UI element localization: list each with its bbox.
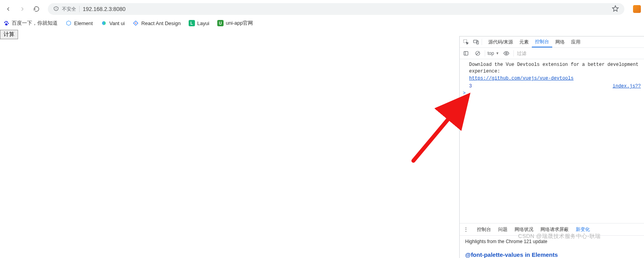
bookmark-vant[interactable]: Vant ui bbox=[101, 20, 125, 26]
element-icon bbox=[65, 20, 72, 26]
bookmark-baidu[interactable]: 百度一下，你就知道 bbox=[3, 20, 58, 27]
devtools-tabs: 源代码/来源 元素 控制台 网络 应用 bbox=[485, 36, 584, 47]
clear-console-icon[interactable] bbox=[473, 49, 482, 58]
console-log-source[interactable]: index.js?? bbox=[613, 84, 641, 89]
forward-button[interactable] bbox=[17, 4, 27, 14]
drawer-tab-console[interactable]: 控制台 bbox=[477, 226, 491, 233]
devtools-topbar: 源代码/来源 元素 控制台 网络 应用 bbox=[460, 36, 644, 48]
diamond-icon bbox=[133, 20, 139, 26]
svg-point-3 bbox=[4, 22, 5, 23]
context-selector[interactable]: top ▼ bbox=[488, 51, 499, 56]
devtools-drawer-tabs: ⋮ 控制台 问题 网络状况 网络请求屏蔽 新变化 bbox=[460, 223, 644, 235]
svg-rect-14 bbox=[464, 51, 468, 55]
drawer-tab-whatsnew[interactable]: 新变化 bbox=[576, 226, 590, 233]
divider bbox=[482, 39, 482, 45]
svg-marker-2 bbox=[613, 5, 619, 11]
tab-sources[interactable]: 源代码/来源 bbox=[485, 36, 516, 47]
svg-point-5 bbox=[7, 21, 8, 23]
svg-point-4 bbox=[5, 21, 7, 22]
svg-point-10 bbox=[135, 23, 136, 24]
console-filter-input[interactable] bbox=[516, 50, 642, 56]
console-message-text: Download the Vue Devtools extension for … bbox=[469, 62, 641, 74]
reload-button[interactable] bbox=[31, 4, 42, 14]
bookmark-uniapp[interactable]: U uni-app官网 bbox=[217, 20, 253, 27]
bookmark-label: Element bbox=[74, 20, 93, 26]
star-icon[interactable] bbox=[612, 5, 619, 13]
device-toolbar-icon[interactable] bbox=[471, 37, 481, 47]
bookmark-element[interactable]: Element bbox=[65, 20, 93, 26]
extension-metamask-icon[interactable] bbox=[633, 5, 641, 13]
more-icon[interactable]: ⋮ bbox=[464, 227, 468, 232]
devtools-panel: 源代码/来源 元素 控制台 网络 应用 top ▼ Download the V… bbox=[459, 36, 644, 258]
divider bbox=[79, 6, 80, 12]
chevron-down-icon: ▼ bbox=[496, 51, 499, 55]
bookmark-label: Layui bbox=[197, 20, 209, 26]
console-log-row: 3 index.js?? bbox=[460, 83, 644, 90]
eye-icon[interactable] bbox=[502, 49, 511, 58]
insecure-label: 不安全 bbox=[62, 6, 76, 13]
whatsnew-headline: @font-palette-values in Elements bbox=[460, 247, 644, 258]
bookmark-label: 百度一下，你就知道 bbox=[12, 20, 58, 27]
console-body[interactable]: Download the Vue Devtools extension for … bbox=[460, 59, 644, 223]
browser-top-bar: 不安全 192.168.2.3:8080 bbox=[0, 0, 644, 18]
whatsnew-highlights: Highlights from the Chrome 121 update bbox=[460, 235, 644, 247]
svg-point-1 bbox=[56, 9, 56, 9]
svg-line-17 bbox=[477, 52, 479, 55]
console-log-value: 3 bbox=[469, 84, 613, 89]
console-message: Download the Vue Devtools extension for … bbox=[460, 61, 644, 83]
inspect-element-icon[interactable] bbox=[461, 37, 471, 47]
drawer-tab-net-conditions[interactable]: 网络状况 bbox=[515, 226, 533, 233]
bookmark-label: Vant ui bbox=[109, 20, 125, 26]
tab-elements[interactable]: 元素 bbox=[516, 36, 532, 47]
svg-marker-7 bbox=[67, 21, 71, 25]
drawer-tab-net-block[interactable]: 网络请求屏蔽 bbox=[540, 226, 569, 233]
tab-network[interactable]: 网络 bbox=[552, 36, 568, 47]
address-bar[interactable]: 不安全 192.168.2.3:8080 bbox=[48, 3, 624, 15]
svg-rect-13 bbox=[477, 41, 478, 44]
console-toolbar: top ▼ bbox=[460, 48, 644, 59]
uniapp-icon: U bbox=[217, 20, 224, 26]
bookmark-layui[interactable]: L Layui bbox=[189, 20, 209, 26]
svg-point-18 bbox=[506, 53, 507, 54]
bookmark-react-antd[interactable]: React Ant Design bbox=[133, 20, 180, 26]
vue-devtools-link[interactable]: https://github.com/vuejs/vue-devtools bbox=[469, 76, 573, 81]
back-button[interactable] bbox=[3, 4, 13, 14]
tab-application[interactable]: 应用 bbox=[568, 36, 584, 47]
paw-icon bbox=[3, 20, 9, 26]
address-url: 192.168.2.3:8080 bbox=[83, 6, 609, 12]
context-value: top bbox=[488, 51, 494, 56]
console-prompt[interactable]: > bbox=[460, 90, 644, 97]
bookmarks-bar: 百度一下，你就知道 Element Vant ui React Ant Desi… bbox=[0, 18, 644, 30]
svg-point-6 bbox=[8, 23, 9, 24]
divider bbox=[485, 50, 485, 56]
layui-icon: L bbox=[189, 20, 195, 26]
calc-button[interactable]: 计算 bbox=[0, 30, 18, 39]
vant-icon bbox=[101, 20, 107, 26]
svg-line-19 bbox=[413, 98, 466, 161]
drawer-tab-issues[interactable]: 问题 bbox=[498, 226, 508, 233]
divider bbox=[513, 50, 514, 56]
bookmark-label: uni-app官网 bbox=[226, 20, 253, 27]
insecure-icon bbox=[53, 6, 59, 13]
tab-console[interactable]: 控制台 bbox=[532, 36, 552, 47]
bookmark-label: React Ant Design bbox=[141, 20, 180, 26]
sidebar-toggle-icon[interactable] bbox=[461, 49, 471, 58]
